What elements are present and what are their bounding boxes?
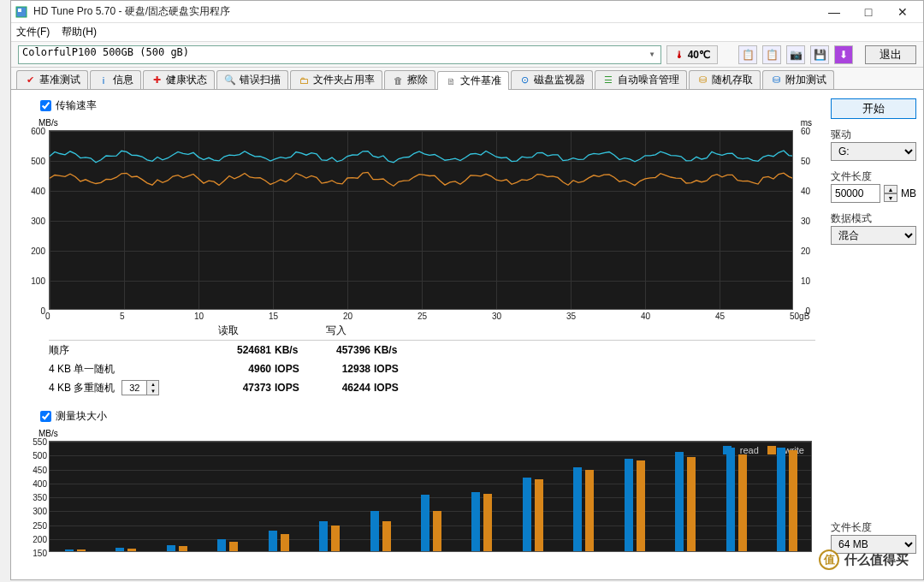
window-title: HD Tune Pro 5.70 - 硬盘/固态硬盘实用程序 [33, 4, 817, 19]
bar-write [687, 457, 696, 551]
blocksize-checkbox[interactable]: 测量块大小 [40, 409, 822, 424]
tab-label: 文件基准 [460, 74, 501, 88]
copy-info-button[interactable]: 📋 [762, 45, 781, 64]
tab-label: 随机存取 [712, 73, 753, 87]
mode-group: 数据模式 混合 [831, 211, 916, 245]
watermark: 值 什么值得买 [819, 549, 909, 570]
header-write: 写入 [302, 324, 370, 338]
bar-read [777, 448, 785, 551]
tab-磁盘监视器[interactable]: ⊙磁盘监视器 [511, 70, 593, 89]
exit-button[interactable]: 退出 [865, 45, 916, 64]
tab-文件基准[interactable]: 🗎文件基准 [437, 71, 509, 90]
tab-基准测试[interactable]: ✔基准测试 [16, 70, 88, 89]
drive-select[interactable]: ColorfulP100 500GB (500 gB) [18, 45, 661, 64]
bar-write [77, 549, 86, 551]
mode-select[interactable]: 混合 [831, 226, 916, 245]
tab-文件夹占用率[interactable]: 🗀文件夹占用率 [290, 70, 382, 89]
watermark-text: 什么值得买 [844, 552, 909, 568]
bar-read [573, 467, 582, 551]
bar-read [269, 531, 277, 551]
thermometer-icon: 🌡 [674, 49, 684, 61]
mode-label: 数据模式 [831, 212, 872, 224]
tab-附加测试[interactable]: ⛁附加测试 [762, 70, 834, 89]
bar-write [535, 479, 543, 551]
read-unit: KB/s [271, 344, 302, 356]
filelen-input[interactable] [831, 184, 880, 203]
save-button[interactable]: 💾 [810, 45, 829, 64]
tab-自动噪音管理[interactable]: ☰自动噪音管理 [595, 70, 687, 89]
content-area: 传输速率 MB/s ms 600500400300200100060504030… [11, 90, 923, 579]
tab-icon: 🗀 [298, 74, 310, 86]
tab-icon: 🔍 [224, 74, 236, 86]
chart2-plot: read write [49, 441, 812, 552]
bar-read [471, 492, 480, 551]
bar-read [726, 448, 735, 551]
results-table: 读取 写入 顺序524681KB/s457396KB/s4 KB 单一随机496… [49, 322, 815, 397]
tab-擦除[interactable]: 🗑擦除 [384, 70, 435, 89]
bar-read [421, 495, 429, 551]
bar-read [319, 521, 328, 551]
bar-write [281, 534, 289, 551]
table-row: 4 KB 单一随机4960IOPS12938IOPS [49, 359, 815, 378]
menu-file[interactable]: 文件(F) [16, 25, 50, 39]
bar-read [675, 452, 684, 551]
start-button[interactable]: 开始 [831, 98, 916, 119]
watermark-icon: 值 [819, 549, 839, 570]
read-value: 47373 [186, 382, 271, 394]
temperature-value: 40℃ [688, 49, 710, 61]
transfer-chart: MB/s ms 60050040030020010006050403020100… [40, 120, 815, 315]
side-panel: 开始 驱动 G: 文件长度 ▲▼ MB 数据模式 混合 文件长度 64 MB [829, 95, 918, 574]
max-button[interactable]: □ [851, 2, 886, 22]
transfer-rate-checkbox[interactable]: 传输速率 [40, 98, 822, 113]
bar-write [585, 470, 594, 551]
tab-icon: ✚ [151, 74, 163, 86]
bar-read [625, 459, 633, 551]
drive-letter-select[interactable]: G: [831, 142, 916, 161]
min-button[interactable]: — [817, 2, 851, 22]
row-name: 4 KB 多重随机 [49, 382, 115, 394]
bar-write [331, 526, 340, 551]
queue-depth-spinner[interactable]: ▲▼ [121, 380, 159, 395]
tab-随机存取[interactable]: ⛁随机存取 [689, 70, 761, 89]
close-button[interactable]: ✕ [886, 2, 920, 22]
queue-depth-input[interactable] [122, 381, 146, 395]
legend-write-swatch [767, 446, 776, 454]
tab-icon: ⛁ [696, 74, 708, 86]
write-value: 46244 [302, 382, 370, 394]
drive-label: 驱动 [831, 128, 851, 140]
bar-write [789, 450, 797, 551]
bar-read [217, 539, 226, 551]
row-name: 顺序 [49, 344, 69, 356]
read-unit: IOPS [271, 363, 302, 375]
write-value: 457396 [302, 344, 370, 356]
tab-icon: ⛁ [770, 74, 782, 86]
app-icon [15, 5, 28, 19]
tab-label: 基准测试 [39, 73, 80, 87]
tab-icon: ☰ [602, 74, 614, 86]
tab-icon: i [98, 74, 110, 86]
bar-write [483, 494, 492, 551]
screenshot-button[interactable]: 📷 [786, 45, 805, 64]
bar-write [382, 521, 391, 551]
tab-错误扫描[interactable]: 🔍错误扫描 [216, 70, 288, 89]
write-unit: KB/s [370, 344, 401, 356]
bar-read [167, 545, 175, 551]
blocksize-check[interactable] [40, 411, 51, 422]
menu-help[interactable]: 帮助(H) [62, 25, 97, 39]
options-button[interactable]: ⬇ [834, 45, 853, 64]
transfer-rate-check[interactable] [40, 100, 51, 111]
filelen2-label: 文件长度 [831, 521, 872, 533]
filelen-spinner[interactable]: ▲▼ [884, 185, 897, 202]
header-read: 读取 [186, 324, 271, 338]
tab-健康状态[interactable]: ✚健康状态 [143, 70, 215, 89]
bar-read [116, 548, 124, 551]
svg-rect-1 [18, 9, 21, 12]
tab-信息[interactable]: i信息 [90, 70, 141, 89]
read-value: 524681 [186, 344, 271, 356]
temperature-display: 🌡 40℃ [666, 45, 718, 64]
tab-label: 擦除 [407, 73, 428, 87]
write-unit: IOPS [370, 382, 401, 394]
drive-group: 驱动 G: [831, 128, 916, 161]
tab-label: 附加测试 [785, 73, 826, 87]
copy-text-button[interactable]: 📋 [738, 45, 757, 64]
